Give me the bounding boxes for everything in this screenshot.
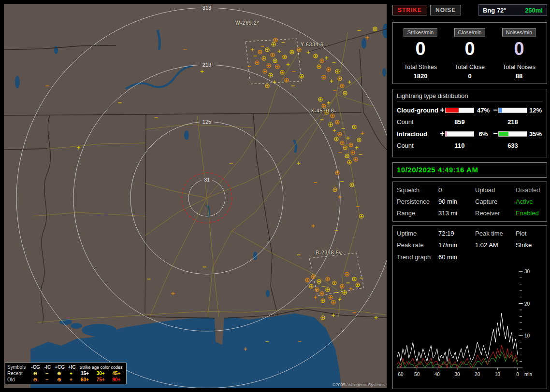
total-close-value: 0 [445, 72, 494, 80]
cg-positive-count: 859 [445, 118, 474, 126]
settings-section: Squelch 0 Upload Disabled Persistence 90… [392, 182, 547, 222]
trend-graph-row: Trend graph 60 min [397, 253, 543, 261]
total-strikes-label: Total Strikes [396, 64, 445, 70]
upload-label: Upload [475, 186, 516, 194]
capture-label: Capture [475, 198, 516, 205]
strikes-per-min-button[interactable]: Strikes/min [404, 28, 437, 37]
svg-text:60: 60 [398, 372, 404, 377]
svg-text:0: 0 [516, 372, 519, 377]
total-noises-value: 88 [494, 72, 544, 80]
persistence-label: Persistence [397, 198, 438, 205]
legend-header-neg-cg: -CG [29, 364, 42, 370]
bearing-value: Bng 72° [483, 7, 507, 14]
distribution-title: Lightning type distribution [397, 92, 543, 101]
svg-text:30: 30 [524, 269, 530, 274]
strike-symbol-icon: + [65, 371, 77, 376]
minus-sign: − [492, 129, 498, 138]
strike-symbol-icon: ⊖ [29, 377, 41, 382]
peak-time-value: 1:02 AM [475, 241, 516, 249]
svg-text:125: 125 [203, 119, 211, 125]
svg-text:219: 219 [203, 62, 211, 68]
peak-time-label: Peak time [475, 230, 516, 237]
minus-sign: − [492, 106, 498, 114]
datetime-section: 10/20/2025 4:49:16 AM [392, 162, 547, 178]
ic-positive-bar [445, 131, 474, 137]
ic-negative-bar [498, 131, 527, 137]
cg-positive-percent: 47% [474, 107, 492, 114]
ic-negative-count: 633 [498, 142, 527, 149]
total-close-label: Total Close [445, 64, 494, 70]
strikes-per-min-value: 0 [396, 38, 445, 60]
noises-per-min-value: 0 [494, 38, 544, 60]
squelch-value: 0 [438, 186, 475, 194]
strike-symbol-icon: − [41, 377, 53, 382]
ic-negative-percent: 35% [527, 130, 544, 138]
svg-text:min: min [524, 372, 532, 377]
uptime-value: 72:19 [438, 230, 475, 237]
noises-rate-column: Noises/min 0 Total Noises 88 [494, 28, 544, 80]
legend-rows: Recent⊖−⊕+15+30+45+Old⊖−⊕+60+75+90+ [7, 370, 124, 383]
lightning-map[interactable]: 31125219313 W-269.2^Y-6334.6-X-4570.6-B-… [4, 4, 387, 388]
total-strikes-value: 1820 [396, 72, 445, 80]
cg-positive-bar [445, 108, 474, 113]
receiver-label: Receiver [475, 210, 516, 217]
strike-symbol-icon: − [41, 371, 53, 376]
close-per-min-button[interactable]: Close/min [454, 28, 486, 37]
datetime-display: 10/20/2025 4:49:16 AM [397, 166, 478, 174]
upload-status: Disabled [516, 186, 543, 194]
svg-text:30: 30 [454, 372, 460, 377]
svg-text:20: 20 [524, 301, 530, 307]
uptime-label: Uptime [397, 230, 438, 237]
noises-per-min-button[interactable]: Noises/min [502, 28, 536, 37]
capture-status: Active [516, 198, 543, 205]
strike-symbol-icon: ⊕ [53, 371, 65, 376]
svg-text:20: 20 [475, 372, 480, 377]
count-label: Count [397, 142, 439, 149]
cg-negative-percent: 12% [527, 107, 544, 114]
trend-graph-chart: 1020306050403020100min [397, 265, 543, 385]
trend-graph-label: Trend graph [397, 253, 438, 261]
range-label: Range [397, 210, 438, 217]
count-label: Count [397, 118, 439, 126]
intracloud-row: Intracloud + 6% − 35% [397, 129, 543, 138]
mode-bar: STRIKE NOISE Bng 72° 250mi [392, 4, 547, 16]
strike-symbol-icon: + [65, 377, 77, 382]
squelch-label: Squelch [397, 186, 438, 194]
strike-symbol-icon: ⊕ [53, 377, 65, 382]
cloud-ground-row: Cloud-ground + 47% − 12% [397, 106, 543, 114]
rates-section: Strikes/min 0 Total Strikes 1820 Close/m… [392, 22, 547, 84]
distribution-section: Lightning type distribution Cloud-ground… [392, 89, 547, 157]
legend-header-pos-cg: +CG [54, 364, 66, 370]
close-per-min-value: 0 [445, 38, 494, 60]
cg-negative-count: 218 [498, 118, 527, 126]
svg-text:40: 40 [434, 372, 440, 377]
map-canvas: 31125219313 [4, 4, 387, 388]
strike-mode-button[interactable]: STRIKE [392, 5, 427, 15]
plot-value: Strike [516, 241, 543, 249]
noise-mode-button[interactable]: NOISE [430, 5, 461, 15]
svg-text:31: 31 [204, 177, 210, 182]
map-legend: Symbols -CG -IC +CG +IC Strike age color… [5, 363, 127, 384]
legend-header: Symbols -CG -IC +CG +IC Strike age color… [7, 364, 124, 370]
ic-positive-count: 110 [445, 142, 474, 149]
intracloud-label: Intracloud [397, 130, 439, 138]
control-panel: STRIKE NOISE Bng 72° 250mi Strikes/min 0… [392, 4, 547, 389]
legend-header-pos-ic: +IC [66, 364, 78, 370]
legend-symbols-title: Symbols [7, 364, 29, 370]
ic-positive-percent: 6% [474, 130, 492, 138]
trend-graph-value: 60 min [438, 253, 543, 261]
legend-header-neg-ic: -IC [42, 364, 54, 370]
range-setting-value: 313 mi [438, 210, 475, 217]
svg-text:10: 10 [495, 372, 501, 377]
receiver-status: Enabled [516, 210, 543, 217]
copyright-text: ©2005 Astrogenic Systems [333, 382, 385, 387]
svg-text:50: 50 [414, 372, 420, 377]
legend-row: Old⊖−⊕+60+75+90+ [7, 377, 124, 383]
cg-negative-bar [498, 108, 527, 113]
svg-text:10: 10 [524, 333, 530, 338]
range-value: 250mi [525, 7, 543, 14]
legend-age-title: Strike age color codes [78, 365, 124, 370]
strikes-rate-column: Strikes/min 0 Total Strikes 1820 [396, 28, 445, 80]
persistence-value: 90 min [438, 198, 475, 205]
plus-sign: + [439, 129, 445, 138]
